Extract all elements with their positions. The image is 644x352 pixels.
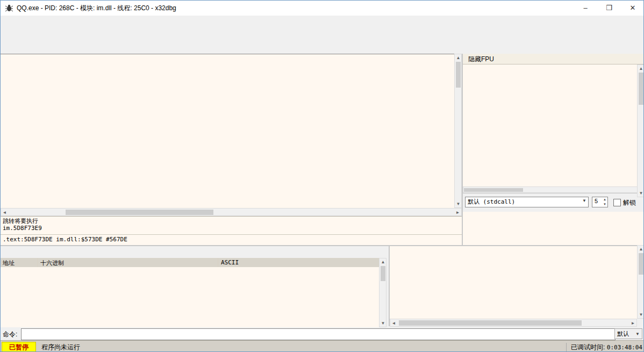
jump-taken-note: 跳转将要执行 xyxy=(3,218,462,225)
scroll-right-icon[interactable]: ► xyxy=(454,209,461,216)
command-bar: 命令: 默认 ▼ xyxy=(1,327,644,340)
dump-vscrollbar[interactable]: ▲ ▼ xyxy=(379,258,387,327)
jump-target: im.5D8F73E9 xyxy=(3,225,462,232)
info-divider xyxy=(1,234,462,235)
call-arguments-list[interactable] xyxy=(463,211,638,243)
scroll-up-icon[interactable]: ▲ xyxy=(380,258,387,265)
disasm-info-panel: 跳转将要执行 im.5D8F73E9 .text:5D8F73DE im.dll… xyxy=(1,216,462,245)
app-bug-icon xyxy=(5,4,13,12)
x32dbg-window: { "window": { "title": "QQ.exe - PID: 26… xyxy=(0,0,644,352)
hide-fpu-button[interactable]: 隐藏FPU xyxy=(463,54,644,64)
dump-ascii-header: ASCII xyxy=(221,259,239,266)
spinner-arrows-icon[interactable]: ▲▼ xyxy=(603,197,606,207)
dump-tab-bar xyxy=(1,245,389,258)
disassembly-panel[interactable] xyxy=(1,54,462,209)
calling-convention-select[interactable]: 默认 (stdcall) ▼ xyxy=(465,197,589,207)
stack-panel[interactable] xyxy=(389,245,637,326)
minimize-button[interactable]: – xyxy=(574,1,597,16)
stack-vscrollbar[interactable]: ▲ ▼ xyxy=(637,245,644,319)
memory-dump-panel[interactable] xyxy=(1,267,379,327)
unlock-checkbox[interactable] xyxy=(613,199,621,206)
scroll-down-icon[interactable]: ▼ xyxy=(638,311,644,318)
window-title: QQ.exe - PID: 268C - 模块: im.dll - 线程: 25… xyxy=(17,4,176,13)
scroll-left-icon[interactable]: ◄ xyxy=(390,320,397,327)
scroll-down-icon[interactable]: ▼ xyxy=(455,200,462,207)
dump-header: 地址 十六进制 ASCII xyxy=(1,258,379,268)
arg-count-spinner[interactable]: 5 ▲▼ xyxy=(592,197,608,207)
toolbar xyxy=(1,26,644,42)
command-label: 命令: xyxy=(3,330,17,339)
close-button[interactable]: ✕ xyxy=(621,1,644,16)
scroll-up-icon[interactable]: ▲ xyxy=(638,246,644,253)
status-message: 程序尚未运行 xyxy=(41,343,80,352)
paused-status-badge: 已暂停 xyxy=(2,342,36,352)
status-bar: 已暂停 程序尚未运行 已调试时间: 0:03:48:04 xyxy=(1,340,644,352)
menu-bar xyxy=(1,16,644,26)
title-bar: QQ.exe - PID: 268C - 模块: im.dll - 线程: 25… xyxy=(1,1,644,16)
chevron-down-icon: ▼ xyxy=(635,332,640,336)
scroll-up-icon[interactable]: ▲ xyxy=(638,65,644,72)
dump-hex-header: 十六进制 xyxy=(40,259,64,267)
disasm-vscrollbar[interactable]: ▲ ▼ xyxy=(454,54,462,208)
dump-addr-header: 地址 xyxy=(3,259,15,267)
maximize-button[interactable]: ❒ xyxy=(597,1,621,16)
scroll-right-icon[interactable]: ► xyxy=(629,320,636,327)
debug-time: 已调试时间: 0:03:48:04 xyxy=(566,343,642,352)
chevron-down-icon: ▼ xyxy=(582,198,586,203)
command-input[interactable] xyxy=(21,328,616,340)
command-mode-select[interactable]: 默认 ▼ xyxy=(614,328,642,339)
scroll-left-icon[interactable]: ◄ xyxy=(1,209,8,216)
scroll-down-icon[interactable]: ▼ xyxy=(380,320,387,327)
registers-vscrollbar[interactable]: ▲ ▼ xyxy=(637,64,644,197)
view-tab-bar xyxy=(1,41,644,54)
unlock-label: 解锁 xyxy=(623,198,636,207)
scroll-down-icon[interactable]: ▼ xyxy=(638,190,644,197)
stack-hscrollbar[interactable]: ◄ ► xyxy=(390,319,637,327)
registers-hscrollbar[interactable] xyxy=(463,186,638,193)
scroll-up-icon[interactable]: ▲ xyxy=(455,54,462,61)
address-location-label: .text:5D8F73DE im.dll:$573DE #567DE xyxy=(3,236,127,243)
registers-panel: 隐藏FPU 默认 (stdcall) ▼ 5 ▲▼ 解锁 xyxy=(462,54,644,245)
calling-convention-bar: 默认 (stdcall) ▼ 5 ▲▼ 解锁 xyxy=(463,193,644,212)
disasm-hscrollbar[interactable]: ◄ ► xyxy=(1,208,462,216)
registers-list[interactable] xyxy=(463,64,638,197)
